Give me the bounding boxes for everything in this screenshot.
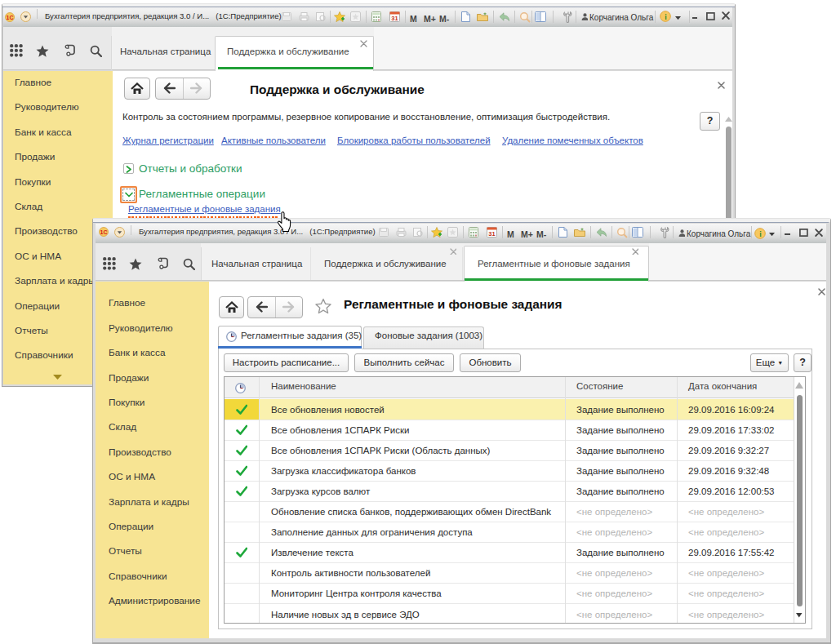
svg-text:31: 31 xyxy=(488,230,495,238)
svg-text:31: 31 xyxy=(391,14,398,21)
svg-text:1С: 1С xyxy=(100,229,108,235)
svg-text:i: i xyxy=(759,230,762,238)
svg-text:i: i xyxy=(665,13,667,21)
svg-text:1С: 1С xyxy=(7,14,14,20)
